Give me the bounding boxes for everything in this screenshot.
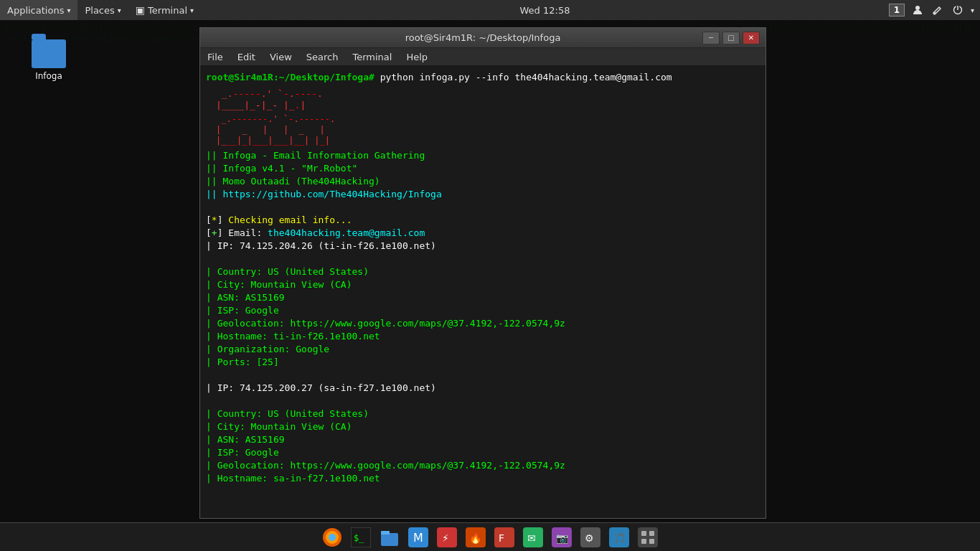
- power-arrow: ▾: [971, 6, 974, 14]
- close-button[interactable]: ✕: [743, 32, 760, 44]
- svg-text:⚙: ⚙: [585, 532, 594, 544]
- country1-line: | Country: US (United States): [206, 265, 760, 278]
- places-arrow: ▾: [118, 6, 121, 14]
- taskbar-grid[interactable]: [635, 524, 661, 550]
- infoga-desktop-icon[interactable]: Infoga: [20, 39, 77, 81]
- svg-point-5: [329, 534, 336, 541]
- bottom-taskbar: $_ M ⚡ 🔥: [0, 522, 980, 551]
- svg-text:🔥: 🔥: [469, 532, 482, 545]
- places-label: Places: [85, 5, 114, 16]
- asn1-line: | ASN: AS15169: [206, 291, 760, 304]
- svg-rect-8: [381, 533, 398, 546]
- pen-icon[interactable]: [930, 3, 945, 17]
- ascii-art: _.-----.' `-.----. |____|_-|_- |_.|: [216, 88, 760, 111]
- svg-rect-9: [381, 531, 390, 534]
- taskbar-app8[interactable]: ✉: [520, 524, 546, 550]
- power-icon[interactable]: [951, 3, 965, 17]
- ports1-line: | Ports: [25]: [206, 356, 760, 369]
- menu-file[interactable]: File: [200, 48, 230, 65]
- minimize-button[interactable]: ─: [702, 32, 720, 44]
- terminal-arrow: ▾: [190, 6, 194, 14]
- terminal-titlebar: root@Sir4m1R: ~/Desktop/Infoga ─ □ ✕: [200, 28, 765, 48]
- prompt: root@Sir4m1R:~/Desktop/Infoga#: [206, 72, 374, 83]
- taskbar-terminal[interactable]: $_: [348, 524, 374, 550]
- taskbar-app5[interactable]: ⚡: [434, 524, 460, 550]
- top-panel-center: Wed 12:58: [201, 5, 889, 16]
- geo1-line: | Geolocation: https://www.google.com/ma…: [206, 317, 760, 330]
- window-controls: ─ □ ✕: [702, 32, 760, 44]
- isp2-line: | ISP: Google: [206, 446, 760, 459]
- info-line-3: || Momo Outaadi (The404Hacking): [206, 175, 760, 188]
- svg-text:📷: 📷: [556, 532, 569, 545]
- svg-rect-27: [641, 531, 646, 536]
- menu-help[interactable]: Help: [399, 48, 435, 65]
- taskbar-files[interactable]: [377, 524, 402, 550]
- taskbar-app9[interactable]: 📷: [549, 524, 575, 550]
- terminal-label: Terminal: [148, 5, 187, 16]
- taskbar-app10[interactable]: ⚙: [578, 524, 603, 550]
- country2-line: | Country: US (United States): [206, 408, 760, 420]
- svg-rect-26: [638, 527, 658, 547]
- asn2-line: | ASN: AS15169: [206, 433, 760, 446]
- svg-text:M: M: [413, 531, 423, 545]
- city1-line: | City: Mountain View (CA): [206, 278, 760, 291]
- terminal-window: root@Sir4m1R: ~/Desktop/Infoga ─ □ ✕ Fil…: [199, 27, 766, 519]
- terminal-content[interactable]: root@Sir4m1R:~/Desktop/Infoga# python in…: [200, 65, 765, 518]
- top-panel-right: 1 ▾: [889, 3, 980, 17]
- menu-edit[interactable]: Edit: [230, 48, 263, 65]
- applications-arrow: ▾: [67, 6, 70, 14]
- svg-text:$_: $_: [354, 533, 364, 543]
- terminal-menu[interactable]: ▣ Terminal ▾: [128, 0, 201, 20]
- infoga-icon-label: Infoga: [35, 71, 62, 81]
- places-menu[interactable]: Places ▾: [77, 0, 128, 20]
- svg-rect-29: [641, 539, 646, 544]
- ip1-line: | IP: 74.125.204.26 (ti-in-f26.1e100.net…: [206, 240, 760, 253]
- email-result: [+] Email: the404hacking.team@gmail.com: [206, 227, 760, 240]
- info-line-2: || Infoga v4.1 - "Mr.Robot": [206, 162, 760, 175]
- svg-text:F: F: [499, 532, 504, 544]
- svg-text:🎵: 🎵: [613, 532, 626, 545]
- applications-menu[interactable]: Applications ▾: [0, 0, 77, 20]
- taskbar-app4[interactable]: M: [405, 524, 431, 550]
- geo2-line: | Geolocation: https://www.google.com/ma…: [206, 459, 760, 472]
- taskbar-app11[interactable]: 🎵: [606, 524, 632, 550]
- command-line: root@Sir4m1R:~/Desktop/Infoga# python in…: [206, 71, 760, 84]
- ip2-line: | IP: 74.125.200.27 (sa-in-f27.1e100.net…: [206, 382, 760, 395]
- org1-line: | Organization: Google: [206, 343, 760, 356]
- workspace-indicator[interactable]: 1: [889, 4, 905, 17]
- taskbar-app7[interactable]: F: [491, 524, 517, 550]
- isp1-line: | ISP: Google: [206, 304, 760, 317]
- svg-rect-28: [649, 531, 654, 536]
- ascii-logo: _.-----.' `-.----. |____|_-|_- |_.| _.--…: [216, 88, 760, 146]
- command-text: python infoga.py --info the404hacking.te…: [380, 72, 672, 83]
- ascii-art-pre: _.-------.' `-.------. | _ | | _ | |___|…: [216, 114, 760, 146]
- menu-search[interactable]: Search: [299, 48, 346, 65]
- host2-line: | Hostname: sa-in-f27.1e100.net: [206, 472, 760, 485]
- checking-line: [*] Checking email info...: [206, 214, 760, 227]
- menu-terminal[interactable]: Terminal: [345, 48, 399, 65]
- menu-view[interactable]: View: [263, 48, 299, 65]
- top-panel-left: Applications ▾ Places ▾ ▣ Terminal ▾: [0, 0, 201, 20]
- folder-icon: [32, 39, 66, 68]
- host1-line: | Hostname: ti-in-f26.1e100.net: [206, 330, 760, 343]
- top-panel: Applications ▾ Places ▾ ▣ Terminal ▾ Wed…: [0, 0, 980, 20]
- info-line-4: || https://github.com/The404Hacking/Info…: [206, 188, 760, 201]
- taskbar-app6[interactable]: 🔥: [463, 524, 489, 550]
- applications-label: Applications: [7, 5, 64, 16]
- datetime-display: Wed 12:58: [520, 5, 570, 16]
- users-icon[interactable]: [910, 3, 925, 17]
- svg-point-0: [915, 6, 920, 10]
- info-line-1: || Infoga - Email Information Gathering: [206, 149, 760, 162]
- terminal-icon-small: ▣: [136, 4, 145, 16]
- svg-rect-30: [649, 539, 654, 544]
- city2-line: | City: Mountain View (CA): [206, 420, 760, 433]
- maximize-button[interactable]: □: [722, 32, 740, 44]
- desktop: 0110101001010110101001011010010110100101…: [0, 0, 980, 551]
- svg-text:⚡: ⚡: [442, 532, 449, 544]
- taskbar-firefox[interactable]: [319, 524, 345, 550]
- svg-text:✉: ✉: [527, 532, 536, 544]
- terminal-menubar: File Edit View Search Terminal Help: [200, 48, 765, 65]
- terminal-title: root@Sir4m1R: ~/Desktop/Infoga: [263, 32, 702, 43]
